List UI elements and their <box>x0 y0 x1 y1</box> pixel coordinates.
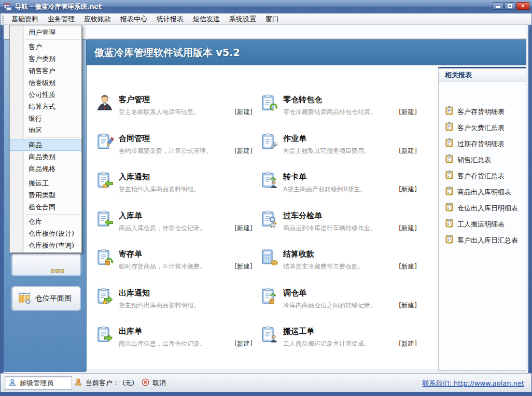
feature-vehicle-sorting: 过车分检单商品运到冷库进行车辆转移作业。[新建] <box>260 210 417 240</box>
feature-outbound-notice: 出库通知货主预约出库商品资料明细。 <box>96 287 253 317</box>
menu-item-8[interactable]: 窗口 <box>261 13 284 24</box>
new-link[interactable]: [新建] <box>399 340 417 348</box>
content-top-strip <box>87 25 526 39</box>
feature-desc: 合约冷藏费杂费，计算公式管理。 <box>119 147 235 155</box>
inbound-notice-icon <box>96 171 114 189</box>
feature-title[interactable]: 过车分检单 <box>283 211 400 221</box>
report-link-5[interactable]: 客户存货汇总表 <box>439 168 526 184</box>
new-link[interactable]: [新建] <box>399 147 417 155</box>
dropdown-item-16[interactable]: 仓库 <box>10 216 81 228</box>
hidden-button-icon <box>51 269 64 273</box>
dropdown-item-7[interactable]: 结算方式 <box>10 101 81 112</box>
report-link-7[interactable]: 仓位出入库日明细表 <box>439 200 526 216</box>
title-bar: 导航 - 傲蓝冷库管理系统.net ✕ <box>0 0 532 13</box>
feature-transfer-warehouse: 零仓转包仓零仓冷藏费结算商品转包仓结算。[新建] <box>260 94 417 124</box>
dropdown-item-9[interactable]: 地区 <box>10 124 81 136</box>
report-icon <box>445 138 453 149</box>
report-link-4[interactable]: 销售汇总表 <box>439 152 526 168</box>
report-link-3[interactable]: 过期存货明细表 <box>439 136 526 152</box>
report-label: 工人搬运明细表 <box>457 220 505 229</box>
feature-title[interactable]: 搬运工单 <box>283 327 400 336</box>
dropdown-item-10[interactable]: 商品 <box>10 139 81 151</box>
feature-title[interactable]: 合同管理 <box>119 134 235 144</box>
dropdown-item-8[interactable]: 银行 <box>10 112 81 124</box>
feature-title[interactable]: 出库通知 <box>119 288 235 298</box>
report-link-2[interactable]: 客户欠费汇总表 <box>439 120 526 136</box>
dropdown-item-15[interactable]: 租仓合同 <box>10 201 81 213</box>
porter-order-icon <box>260 326 278 343</box>
new-link[interactable]: [新建] <box>234 262 253 271</box>
menu-item-4[interactable]: 报表中心 <box>116 13 152 24</box>
report-link-1[interactable]: 客户存货明细表 <box>439 104 526 120</box>
new-link[interactable]: [新建] <box>234 224 253 233</box>
dropdown-item-18[interactable]: 仓库板位(查询) <box>10 239 81 251</box>
new-link[interactable]: [新建] <box>234 147 253 155</box>
dropdown-item-12[interactable]: 商品规格 <box>10 163 81 175</box>
feature-title[interactable]: 寄存单 <box>119 249 235 259</box>
cancel-icon[interactable] <box>142 378 149 388</box>
report-icon <box>445 219 453 230</box>
new-link[interactable]: [新建] <box>234 108 253 117</box>
feature-title[interactable]: 结算收款 <box>283 249 400 259</box>
warehouse-plan-icon <box>18 291 31 306</box>
main-content <box>87 39 441 369</box>
sidebar-hidden-button[interactable] <box>12 253 81 275</box>
dropdown-item-4[interactable]: 销售客户 <box>10 65 81 77</box>
feature-desc: 结算货主冷藏费等欠费收款。 <box>283 262 400 271</box>
new-link[interactable]: [新建] <box>399 108 417 117</box>
related-reports-header: 相关报表 <box>439 68 526 82</box>
inbound-order-icon <box>96 210 114 228</box>
cancel-client-button[interactable]: 取消 <box>152 378 166 388</box>
minimize-button[interactable] <box>493 2 503 10</box>
report-label: 客户欠费汇总表 <box>457 123 505 133</box>
related-reports-list: 客户存货明细表客户欠费汇总表过期存货明细表销售汇总表客户存货汇总表商品出入库明细… <box>439 82 526 248</box>
dropdown-item-11[interactable]: 商品类别 <box>10 151 81 163</box>
new-link[interactable]: [新建] <box>399 224 417 233</box>
dropdown-item-14[interactable]: 费用类型 <box>10 189 81 201</box>
dropdown-item-5[interactable]: 信誉级别 <box>10 77 81 89</box>
report-label: 过期存货明细表 <box>457 139 505 149</box>
menu-item-6[interactable]: 短信发送 <box>188 13 225 24</box>
dropdown-item-2[interactable]: 客户 <box>10 41 81 53</box>
maximize-button[interactable] <box>505 2 515 10</box>
feature-desc: 商品入库信息，存货仓位记录。 <box>119 224 235 233</box>
report-link-6[interactable]: 商品出入库明细表 <box>439 184 526 200</box>
menu-item-2[interactable]: 业务管理 <box>43 13 79 24</box>
feature-desc: 零仓冷藏费结算商品转包仓结算。 <box>283 108 400 117</box>
feature-desc: 货主预约入库商品资料明细。 <box>119 185 235 194</box>
contact-link[interactable]: 联系我们: http://www.aolan.net <box>423 379 524 388</box>
feature-title[interactable]: 调仓单 <box>283 288 400 298</box>
dropdown-item-3[interactable]: 客户类别 <box>10 53 81 65</box>
menu-item-1[interactable]: 基础资料 <box>7 13 43 24</box>
feature-title[interactable]: 零仓转包仓 <box>283 95 400 105</box>
feature-title[interactable]: 客户管理 <box>119 95 235 105</box>
close-button[interactable]: ✕ <box>516 2 529 10</box>
menu-item-7[interactable]: 系统设置 <box>225 13 261 24</box>
new-link[interactable]: [新建] <box>399 185 417 194</box>
feature-title[interactable]: 作业单 <box>283 134 400 144</box>
new-link[interactable]: [新建] <box>399 301 417 310</box>
feature-desc: 货主预约出库商品资料明细。 <box>119 301 235 310</box>
app-icon <box>4 3 12 11</box>
menu-item-5[interactable]: 统计报表 <box>152 13 188 24</box>
feature-title[interactable]: 入库单 <box>119 211 235 221</box>
report-link-8[interactable]: 工人搬运明细表 <box>439 216 526 232</box>
base-data-dropdown-menu: 用户管理客户客户类别销售客户信誉级别公司性质结算方式银行地区商品商品类别商品规格… <box>9 25 82 253</box>
dropdown-item-17[interactable]: 仓库板位(设计) <box>10 228 81 239</box>
feature-title[interactable]: 入库通知 <box>119 172 235 182</box>
dropdown-item-6[interactable]: 公司性质 <box>10 89 81 101</box>
dropdown-item-1[interactable]: 用户管理 <box>10 26 81 38</box>
new-link[interactable]: [新建] <box>234 340 253 348</box>
feature-title[interactable]: 转卡单 <box>283 172 400 182</box>
new-link[interactable]: [新建] <box>399 262 417 271</box>
report-label: 仓位出入库日明细表 <box>457 204 518 213</box>
report-icon <box>445 235 453 246</box>
feature-title[interactable]: 出库单 <box>119 327 235 336</box>
dropdown-item-13[interactable]: 搬运工 <box>10 177 81 189</box>
menu-item-3[interactable]: 应收账款 <box>79 13 116 24</box>
current-user-box: 超级管理员 <box>5 376 72 390</box>
feature-relocation: 调仓单冷库内商品仓位之间的转移记录。[新建] <box>260 287 417 317</box>
warehouse-plan-button[interactable]: 仓位平面图 <box>12 287 80 310</box>
customer-icon <box>96 94 114 111</box>
report-link-9[interactable]: 客户出入库日汇总表 <box>439 232 526 248</box>
